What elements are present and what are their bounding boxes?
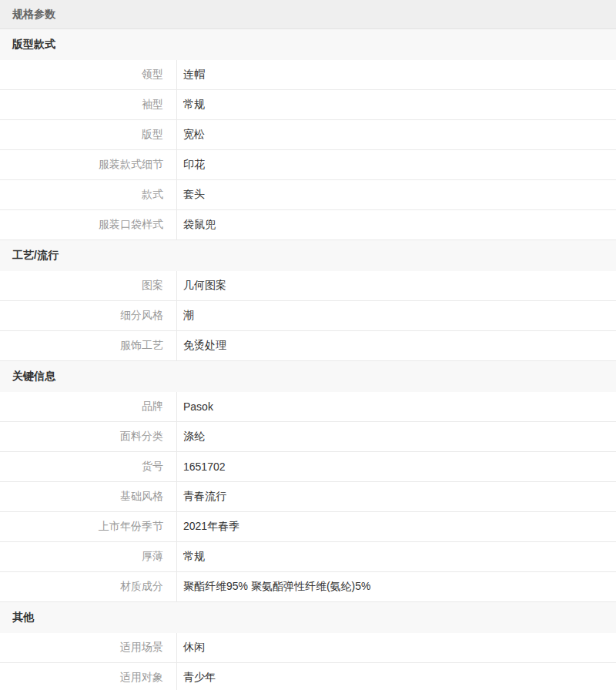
spec-row: 面料分类涤纶	[0, 422, 616, 452]
spec-label: 适用场景	[0, 633, 177, 662]
spec-label: 基础风格	[0, 482, 177, 511]
section-title: 关键信息	[12, 370, 55, 384]
spec-row: 服饰工艺免烫处理	[0, 331, 616, 361]
spec-row: 版型宽松	[0, 120, 616, 150]
spec-panel: 规格参数 版型款式领型连帽袖型常规版型宽松服装款式细节印花款式套头服装口袋样式袋…	[0, 0, 616, 690]
spec-value: 袋鼠兜	[177, 210, 616, 239]
spec-value: 套头	[177, 180, 616, 209]
spec-row: 袖型常规	[0, 90, 616, 120]
spec-value: 常规	[177, 542, 616, 571]
section-title: 工艺/流行	[12, 249, 59, 263]
spec-value: 印花	[177, 150, 616, 179]
spec-label: 细分风格	[0, 301, 177, 330]
spec-row: 品牌Pasok	[0, 392, 616, 422]
page-title: 规格参数	[12, 8, 55, 22]
spec-label: 服装款式细节	[0, 150, 177, 179]
spec-value: 免烫处理	[177, 331, 616, 360]
spec-label: 款式	[0, 180, 177, 209]
spec-panel-title-bar: 规格参数	[0, 0, 616, 29]
spec-row: 上市年份季节2021年春季	[0, 512, 616, 542]
spec-label: 上市年份季节	[0, 512, 177, 541]
spec-value: 宽松	[177, 120, 616, 149]
spec-label: 适用对象	[0, 663, 177, 690]
spec-row: 适用对象青少年	[0, 663, 616, 690]
spec-value: 潮	[177, 301, 616, 330]
spec-value: 常规	[177, 90, 616, 119]
spec-row: 领型连帽	[0, 60, 616, 90]
spec-value: 青少年	[177, 663, 616, 690]
spec-value: 1651702	[177, 452, 616, 481]
spec-value: 几何图案	[177, 271, 616, 300]
spec-row: 服装口袋样式袋鼠兜	[0, 210, 616, 240]
spec-row: 货号1651702	[0, 452, 616, 482]
spec-value: 青春流行	[177, 482, 616, 511]
section-header: 其他	[0, 602, 616, 633]
spec-row: 款式套头	[0, 180, 616, 210]
spec-value: 休闲	[177, 633, 616, 662]
spec-label: 厚薄	[0, 542, 177, 571]
spec-label: 面料分类	[0, 422, 177, 451]
spec-row: 细分风格潮	[0, 301, 616, 331]
section-header: 工艺/流行	[0, 240, 616, 271]
spec-value: 涤纶	[177, 422, 616, 451]
spec-row: 图案几何图案	[0, 271, 616, 301]
section-header: 关键信息	[0, 361, 616, 392]
spec-label: 版型	[0, 120, 177, 149]
spec-row: 材质成分聚酯纤维95% 聚氨酯弹性纤维(氨纶)5%	[0, 572, 616, 602]
spec-row: 服装款式细节印花	[0, 150, 616, 180]
spec-label: 材质成分	[0, 572, 177, 601]
spec-value: 连帽	[177, 60, 616, 89]
spec-table: 版型款式领型连帽袖型常规版型宽松服装款式细节印花款式套头服装口袋样式袋鼠兜工艺/…	[0, 29, 616, 690]
spec-label: 领型	[0, 60, 177, 89]
spec-label: 服饰工艺	[0, 331, 177, 360]
section-header: 版型款式	[0, 29, 616, 60]
spec-label: 袖型	[0, 90, 177, 119]
spec-value: 聚酯纤维95% 聚氨酯弹性纤维(氨纶)5%	[177, 572, 616, 601]
spec-row: 适用场景休闲	[0, 633, 616, 663]
spec-value: 2021年春季	[177, 512, 616, 541]
spec-label: 货号	[0, 452, 177, 481]
spec-label: 服装口袋样式	[0, 210, 177, 239]
spec-label: 图案	[0, 271, 177, 300]
spec-row: 厚薄常规	[0, 542, 616, 572]
section-title: 其他	[12, 611, 34, 625]
section-title: 版型款式	[12, 38, 55, 52]
spec-row: 基础风格青春流行	[0, 482, 616, 512]
spec-value: Pasok	[177, 392, 616, 421]
spec-label: 品牌	[0, 392, 177, 421]
